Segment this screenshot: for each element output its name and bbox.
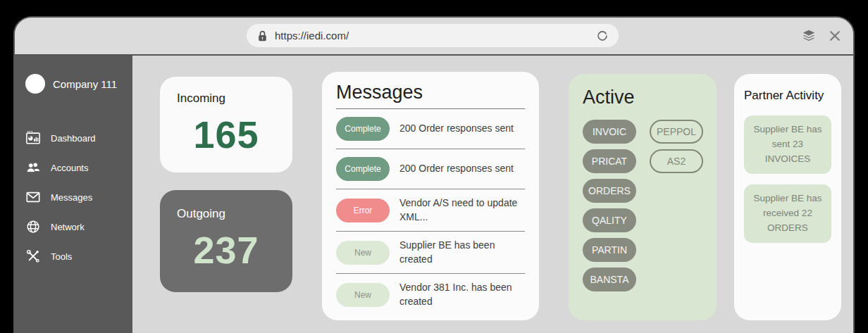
message-row[interactable]: New Vendor 381 Inc. has been created <box>336 274 525 315</box>
browser-window: https://iedi.com/ <box>13 16 855 333</box>
sidebar-item-label: Dashboard <box>51 133 96 144</box>
sidebar-item-label: Accounts <box>51 163 88 173</box>
message-text: Vendor A/S need to update XML... <box>399 196 525 224</box>
messages-title: Messages <box>336 82 525 103</box>
protocol-pill[interactable]: PEPPOL <box>650 120 703 144</box>
message-row[interactable]: Complete 200 Order responses sent <box>336 149 525 189</box>
incoming-label: Incoming <box>177 92 275 106</box>
messages-card: Messages Complete 200 Order responses se… <box>322 72 539 320</box>
refresh-icon[interactable] <box>596 30 609 42</box>
partner-activity-title: Partner Activity <box>744 87 831 105</box>
app-body: Company 111 D <box>15 56 853 333</box>
sidebar-item-messages[interactable]: Messages <box>15 182 132 212</box>
company-profile[interactable]: Company 111 <box>15 74 132 94</box>
dashboard-main: Incoming 165 Outgoing 237 Messages Compl… <box>132 56 853 333</box>
outgoing-card: Outgoing 237 <box>160 190 292 292</box>
topbar-actions <box>801 18 842 54</box>
protocol-pill[interactable]: AS2 <box>650 149 703 173</box>
tools-icon <box>25 249 41 264</box>
message-text: Vendor 381 Inc. has been created <box>399 281 525 308</box>
active-title: Active <box>583 87 702 108</box>
url-bar[interactable]: https://iedi.com/ <box>247 24 619 47</box>
incoming-card: Incoming 165 <box>160 77 292 172</box>
doc-type-pill[interactable]: INVOIC <box>583 120 636 144</box>
incoming-value: 165 <box>177 113 275 156</box>
layers-icon[interactable] <box>801 28 817 44</box>
message-text: 200 Order responses sent <box>399 122 514 136</box>
doc-type-pill[interactable]: PARTIN <box>583 238 636 262</box>
status-badge: Complete <box>336 117 390 141</box>
sidebar-item-network[interactable]: Network <box>15 212 132 241</box>
message-text: Supplier BE has been created <box>399 239 525 266</box>
url-text[interactable]: https://iedi.com/ <box>275 30 349 42</box>
active-protocols: PEPPOL AS2 <box>650 120 703 291</box>
partner-activity-item: Supplier BE has received 22 ORDERS <box>744 184 831 243</box>
company-name: Company 111 <box>53 78 117 90</box>
doc-type-pill[interactable]: BANSTA <box>583 268 636 291</box>
doc-type-pill[interactable]: QALITY <box>583 208 636 232</box>
close-icon[interactable] <box>828 29 842 43</box>
active-pills: INVOIC PRICAT ORDERS QALITY PARTIN BANST… <box>583 120 702 291</box>
sidebar-item-label: Messages <box>51 192 92 203</box>
sidebar-item-label: Network <box>51 222 85 232</box>
dashboard-icon <box>25 130 41 146</box>
active-doc-types: INVOIC PRICAT ORDERS QALITY PARTIN BANST… <box>583 120 636 291</box>
message-text: 200 Order responses sent <box>399 162 514 176</box>
sidebar-item-label: Tools <box>51 251 72 262</box>
accounts-icon <box>25 160 41 175</box>
message-row[interactable]: Complete 200 Order responses sent <box>336 109 525 149</box>
avatar <box>25 74 45 94</box>
outgoing-value: 237 <box>177 228 275 272</box>
outgoing-label: Outgoing <box>177 207 275 221</box>
status-badge: New <box>336 283 390 307</box>
sidebar-menu: Dashboard Accounts <box>15 123 132 271</box>
message-row[interactable]: Error Vendor A/S need to update XML... <box>336 189 525 232</box>
globe-icon <box>25 219 41 234</box>
sidebar: Company 111 D <box>15 56 132 333</box>
partner-activity-card: Partner Activity Supplier BE has sent 23… <box>734 74 841 320</box>
partner-activity-item: Supplier BE has sent 23 INVOICES <box>744 115 831 174</box>
lock-icon <box>256 30 268 42</box>
status-badge: Complete <box>336 157 390 181</box>
status-badge: New <box>336 241 390 265</box>
doc-type-pill[interactable]: ORDERS <box>583 179 636 203</box>
sidebar-item-dashboard[interactable]: Dashboard <box>15 123 132 153</box>
envelope-icon <box>25 189 41 205</box>
message-row[interactable]: New Supplier BE has been created <box>336 232 525 274</box>
status-badge: Error <box>336 199 390 222</box>
sidebar-item-tools[interactable]: Tools <box>15 241 132 271</box>
active-card: Active INVOIC PRICAT ORDERS QALITY PARTI… <box>569 74 717 320</box>
doc-type-pill[interactable]: PRICAT <box>583 149 636 173</box>
browser-topbar: https://iedi.com/ <box>15 18 853 56</box>
sidebar-item-accounts[interactable]: Accounts <box>15 153 132 182</box>
